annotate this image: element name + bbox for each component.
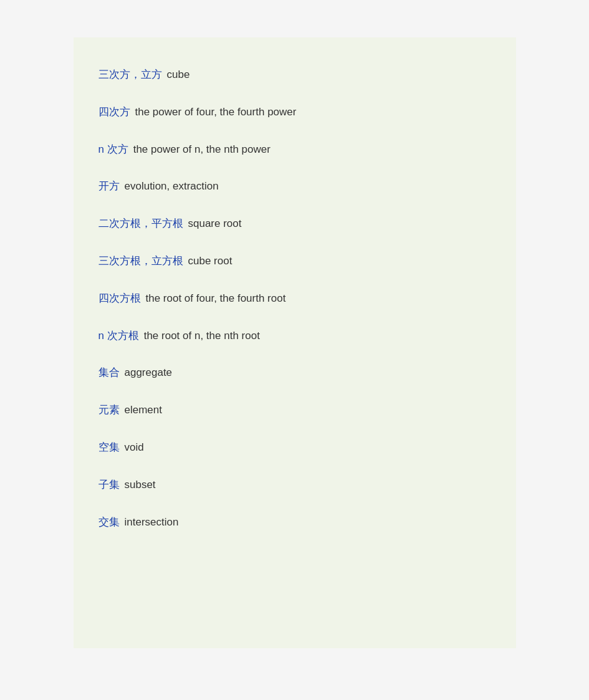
content-panel: 三次方，立方 cube四次方 the power of four, the fo…: [74, 37, 516, 648]
term-row-cube-root: 三次方根，立方根 cube root: [98, 242, 491, 280]
english-term-fourth-root: the root of four, the fourth root: [146, 291, 286, 306]
term-row-square-root: 二次方根，平方根 square root: [98, 205, 491, 242]
term-row-element: 元素 element: [98, 391, 491, 429]
english-term-void: void: [125, 440, 144, 455]
chinese-term-square-root: 二次方根，平方根: [98, 216, 183, 231]
chinese-term-nth-root: n 次方根: [98, 328, 139, 343]
chinese-term-cube: 三次方，立方: [98, 67, 162, 82]
chinese-term-evolution: 开方: [98, 179, 120, 194]
english-term-nth-power: the power of n, the nth power: [133, 142, 271, 157]
chinese-term-void: 空集: [98, 440, 120, 455]
term-row-nth-root: n 次方根 the root of n, the nth root: [98, 317, 491, 355]
chinese-term-fourth-power: 四次方: [98, 105, 130, 120]
english-term-evolution: evolution, extraction: [125, 179, 219, 194]
term-row-subset: 子集 subset: [98, 466, 491, 504]
term-row-cube: 三次方，立方 cube: [98, 56, 491, 93]
chinese-term-subset: 子集: [98, 477, 120, 492]
english-term-square-root: square root: [188, 216, 242, 231]
english-term-cube: cube: [167, 67, 190, 82]
term-row-void: 空集 void: [98, 429, 491, 466]
chinese-term-nth-power: n 次方: [98, 142, 128, 157]
term-row-fourth-root: 四次方根 the root of four, the fourth root: [98, 280, 491, 317]
term-row-nth-power: n 次方 the power of n, the nth power: [98, 131, 491, 168]
term-row-fourth-power: 四次方 the power of four, the fourth power: [98, 93, 491, 131]
term-row-evolution: 开方 evolution, extraction: [98, 168, 491, 205]
chinese-term-intersection: 交集: [98, 515, 120, 530]
term-row-aggregate: 集合 aggregate: [98, 354, 491, 391]
english-term-subset: subset: [125, 477, 156, 492]
english-term-aggregate: aggregate: [125, 365, 173, 380]
english-term-element: element: [125, 403, 162, 418]
english-term-cube-root: cube root: [188, 254, 232, 269]
english-term-fourth-power: the power of four, the fourth power: [135, 105, 297, 120]
chinese-term-cube-root: 三次方根，立方根: [98, 254, 183, 269]
chinese-term-element: 元素: [98, 403, 120, 418]
chinese-term-aggregate: 集合: [98, 365, 120, 380]
term-row-intersection: 交集 intersection: [98, 504, 491, 541]
english-term-nth-root: the root of n, the nth root: [144, 328, 260, 343]
english-term-intersection: intersection: [125, 515, 179, 530]
chinese-term-fourth-root: 四次方根: [98, 291, 141, 306]
